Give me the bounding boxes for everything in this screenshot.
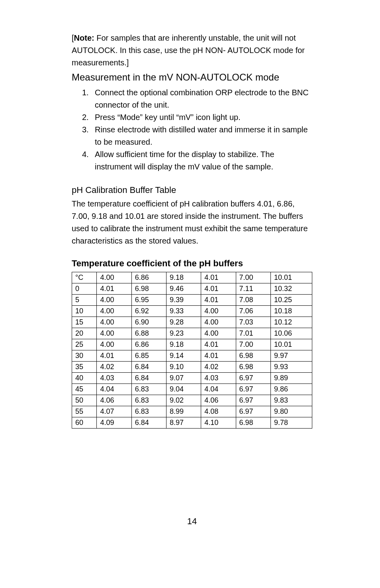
table-cell: 6.95 xyxy=(131,295,166,306)
table-cell: 9.80 xyxy=(270,406,312,417)
list-item-number: 3. xyxy=(72,124,85,148)
table-cell: 6.90 xyxy=(131,317,166,328)
list-item-number: 1. xyxy=(72,87,85,111)
table-cell: 20 xyxy=(72,328,97,339)
table-cell: 4.00 xyxy=(201,317,236,328)
table-cell: 50 xyxy=(72,395,97,406)
list-item-text: Rinse electrode with distilled water and… xyxy=(85,124,312,148)
table-cell: 6.97 xyxy=(236,384,270,395)
list-item-text: Press “Mode” key until “mV” icon light u… xyxy=(85,111,312,124)
table-body: 04.016.989.464.017.1110.3254.006.959.394… xyxy=(72,283,312,429)
table-row: 04.016.989.464.017.1110.32 xyxy=(72,283,312,295)
table-cell: 7.01 xyxy=(236,328,270,339)
table-row: 454.046.839.044.046.979.86 xyxy=(72,384,312,395)
table-row: 604.096.848.974.106.989.78 xyxy=(72,417,312,429)
page-number: 14 xyxy=(72,516,312,527)
table-cell: 4.03 xyxy=(201,373,236,384)
table-cell: 8.99 xyxy=(166,406,201,417)
table-cell: 4.03 xyxy=(97,373,131,384)
table-cell: 4.04 xyxy=(201,384,236,395)
table-cell: 4.01 xyxy=(97,283,131,295)
table-cell: 9.97 xyxy=(270,350,312,362)
table-cell: 5 xyxy=(72,295,97,306)
table-cell: 9.86 xyxy=(270,384,312,395)
table-cell: 9.78 xyxy=(270,417,312,429)
table-cell: 6.83 xyxy=(131,406,166,417)
list-item: 4.Allow sufficient time for the display … xyxy=(72,148,312,173)
table-cell: 4.02 xyxy=(97,362,131,373)
table-cell: 45 xyxy=(72,384,97,395)
buffer-table-paragraph: The temperature coefficient of pH calibr… xyxy=(72,198,312,247)
table-header-cell: 7.00 xyxy=(236,272,270,283)
table-cell: 6.98 xyxy=(236,350,270,362)
table-cell: 9.93 xyxy=(270,362,312,373)
table-cell: 9.23 xyxy=(166,328,201,339)
list-item: 1.Connect the optional combination ORP e… xyxy=(72,87,312,111)
table-row: 554.076.838.994.086.979.80 xyxy=(72,406,312,417)
buffer-table: °C4.006.869.184.017.0010.01 04.016.989.4… xyxy=(72,272,312,429)
table-cell: 6.98 xyxy=(236,417,270,429)
table-cell: 4.01 xyxy=(201,283,236,295)
table-cell: 10.06 xyxy=(270,328,312,339)
table-cell: 4.00 xyxy=(97,306,131,317)
document-page: [Note: For samples that are inherently u… xyxy=(0,0,380,551)
table-row: 304.016.859.144.016.989.97 xyxy=(72,350,312,362)
table-cell: 4.00 xyxy=(97,295,131,306)
table-cell: 4.00 xyxy=(97,328,131,339)
note-bold: Note: xyxy=(74,33,94,42)
table-cell: 4.00 xyxy=(97,339,131,350)
table-cell: 55 xyxy=(72,406,97,417)
table-cell: 9.07 xyxy=(166,373,201,384)
table-cell: 7.11 xyxy=(236,283,270,295)
table-cell: 9.28 xyxy=(166,317,201,328)
table-cell: 4.06 xyxy=(201,395,236,406)
table-cell: 6.97 xyxy=(236,373,270,384)
table-cell: 9.33 xyxy=(166,306,201,317)
table-cell: 9.14 xyxy=(166,350,201,362)
list-item: 3.Rinse electrode with distilled water a… xyxy=(72,124,312,148)
table-cell: 4.01 xyxy=(201,339,236,350)
table-cell: 10.18 xyxy=(270,306,312,317)
table-row: 504.066.839.024.066.979.83 xyxy=(72,395,312,406)
table-cell: 7.03 xyxy=(236,317,270,328)
table-cell: 4.01 xyxy=(201,295,236,306)
table-row: 154.006.909.284.007.0310.12 xyxy=(72,317,312,328)
table-cell: 4.00 xyxy=(201,306,236,317)
section-heading-measurement: Measurement in the mV NON-AUTOLOCK mode xyxy=(72,71,312,84)
table-cell: 4.07 xyxy=(97,406,131,417)
table-cell: 40 xyxy=(72,373,97,384)
list-item-text: Connect the optional combination ORP ele… xyxy=(85,87,312,111)
table-title: Temperature coefficient of the pH buffer… xyxy=(72,258,312,269)
table-cell: 6.85 xyxy=(131,350,166,362)
table-cell: 6.97 xyxy=(236,406,270,417)
table-header-cell: °C xyxy=(72,272,97,283)
table-cell: 10.25 xyxy=(270,295,312,306)
table-cell: 10.32 xyxy=(270,283,312,295)
table-cell: 9.46 xyxy=(166,283,201,295)
table-cell: 25 xyxy=(72,339,97,350)
table-cell: 4.02 xyxy=(201,362,236,373)
table-cell: 0 xyxy=(72,283,97,295)
table-cell: 6.83 xyxy=(131,384,166,395)
table-cell: 60 xyxy=(72,417,97,429)
table-cell: 6.98 xyxy=(131,283,166,295)
table-cell: 9.02 xyxy=(166,395,201,406)
table-cell: 9.89 xyxy=(270,373,312,384)
list-item-number: 2. xyxy=(72,111,85,124)
list-item-number: 4. xyxy=(72,148,85,173)
section-heading-buffer-table: pH Calibration Buffer Table xyxy=(72,184,312,197)
table-cell: 6.83 xyxy=(131,395,166,406)
table-cell: 4.01 xyxy=(97,350,131,362)
table-cell: 4.10 xyxy=(201,417,236,429)
note-paragraph: [Note: For samples that are inherently u… xyxy=(72,32,312,69)
table-header-row: °C4.006.869.184.017.0010.01 xyxy=(72,272,312,283)
instruction-list: 1.Connect the optional combination ORP e… xyxy=(72,87,312,173)
table-cell: 7.08 xyxy=(236,295,270,306)
list-item-text: Allow sufficient time for the display to… xyxy=(85,148,312,173)
table-cell: 9.18 xyxy=(166,339,201,350)
table-cell: 9.04 xyxy=(166,384,201,395)
table-cell: 4.06 xyxy=(97,395,131,406)
table-row: 354.026.849.104.026.989.93 xyxy=(72,362,312,373)
table-header-cell: 9.18 xyxy=(166,272,201,283)
table-header-cell: 4.01 xyxy=(201,272,236,283)
